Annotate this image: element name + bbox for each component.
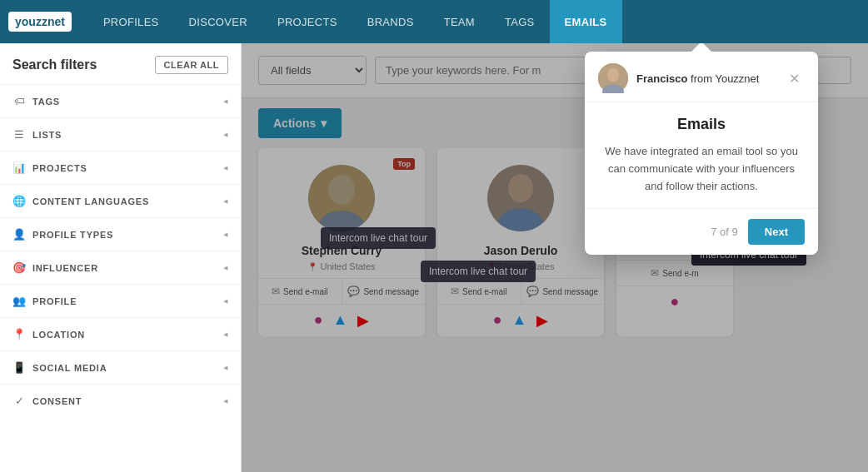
modal-arrow [690, 43, 713, 53]
modal-progress: 7 of 9 [598, 226, 738, 238]
social-media-icon: 📱 [12, 361, 26, 374]
nav-item-emails[interactable]: EMAILS [550, 0, 622, 43]
modal-overlay: Francisco from Youzznet ✕ Emails We have… [242, 43, 868, 472]
sidebar-label-consent: CONSENT [32, 396, 82, 406]
chevron-icon: ◂ [223, 296, 228, 306]
sidebar-label-projects: PROJECTS [32, 163, 87, 173]
sidebar-label-tags: TAGS [32, 97, 60, 107]
influencer-icon: 🎯 [12, 261, 26, 274]
modal-from: Francisco from Youzznet [636, 72, 776, 85]
sidebar-label-influencer: INFLUENCER [32, 263, 98, 273]
chevron-icon: ◂ [223, 229, 228, 240]
logo-text: youzznet [15, 15, 65, 28]
modal-next-button[interactable]: Next [748, 219, 805, 245]
modal-from-source-text: from Youzznet [691, 72, 759, 85]
nav-item-tags[interactable]: TAGS [490, 0, 550, 43]
content-languages-icon: 🌐 [12, 195, 26, 207]
logo[interactable]: youzznet [8, 12, 72, 32]
modal-avatar [598, 63, 628, 93]
profile-icon: 👥 [12, 295, 26, 307]
nav-item-discover[interactable]: DISCOVER [174, 0, 262, 43]
chevron-icon: ◂ [223, 395, 228, 406]
nav-item-team[interactable]: TEAM [429, 0, 490, 43]
profile-types-icon: 👤 [12, 228, 26, 241]
chevron-icon: ◂ [223, 362, 228, 373]
top-navigation: youzznet PROFILES DISCOVER PROJECTS BRAN… [0, 0, 868, 43]
nav-item-profiles[interactable]: PROFILES [88, 0, 174, 43]
sidebar-label-social-media: SOCIAL MEDIA [32, 363, 107, 373]
sidebar-item-tags[interactable]: 🏷 TAGS ◂ [0, 84, 241, 117]
sidebar-item-influencer[interactable]: 🎯 INFLUENCER ◂ [0, 251, 241, 284]
modal-footer: 7 of 9 Next [585, 208, 818, 255]
modal-body: Emails We have integrated an email tool … [585, 102, 818, 208]
sidebar-item-projects[interactable]: 📊 PROJECTS ◂ [0, 151, 241, 184]
nav-item-brands[interactable]: BRANDS [352, 0, 429, 43]
chevron-icon: ◂ [223, 262, 228, 273]
location-icon: 📍 [12, 328, 26, 340]
tags-icon: 🏷 [12, 95, 26, 107]
sidebar-item-profile-types[interactable]: 👤 PROFILE TYPES ◂ [0, 217, 241, 251]
sidebar-label-profile-types: PROFILE TYPES [32, 230, 113, 240]
chevron-icon: ◂ [223, 129, 228, 140]
sidebar: Search filters CLEAR ALL 🏷 TAGS ◂ ☰ LIST… [0, 43, 242, 472]
sidebar-item-profile[interactable]: 👥 PROFILE ◂ [0, 284, 241, 317]
sidebar-label-content-languages: CONTENT LANGUAGES [32, 196, 149, 206]
chevron-icon: ◂ [223, 162, 228, 173]
nav-items: PROFILES DISCOVER PROJECTS BRANDS TEAM T… [88, 0, 860, 43]
sidebar-title: Search filters [12, 57, 97, 72]
projects-icon: 📊 [12, 161, 26, 174]
modal-text: We have integrated an email tool so you … [598, 143, 805, 195]
modal-from-name: Francisco [636, 72, 687, 85]
sidebar-item-lists[interactable]: ☰ LISTS ◂ [0, 117, 241, 151]
chevron-icon: ◂ [223, 329, 228, 340]
sidebar-label-lists: LISTS [32, 130, 62, 140]
sidebar-item-content-languages[interactable]: 🌐 CONTENT LANGUAGES ◂ [0, 184, 241, 217]
modal-header: Francisco from Youzznet ✕ [585, 52, 818, 102]
sidebar-label-profile: PROFILE [32, 296, 77, 306]
consent-icon: ✓ [12, 395, 26, 407]
lists-icon: ☰ [12, 128, 26, 141]
clear-all-button[interactable]: CLEAR ALL [155, 56, 228, 74]
sidebar-item-consent[interactable]: ✓ CONSENT ◂ [0, 384, 241, 417]
svg-point-9 [607, 68, 619, 82]
main-layout: Search filters CLEAR ALL 🏷 TAGS ◂ ☰ LIST… [0, 43, 868, 472]
chevron-icon: ◂ [223, 196, 228, 206]
chevron-icon: ◂ [223, 96, 228, 107]
sidebar-item-location[interactable]: 📍 LOCATION ◂ [0, 317, 241, 350]
modal-title: Emails [598, 116, 805, 133]
modal: Francisco from Youzznet ✕ Emails We have… [585, 52, 818, 255]
sidebar-header: Search filters CLEAR ALL [0, 56, 241, 84]
modal-close-button[interactable]: ✕ [784, 69, 805, 88]
content-area: All fields Actions ▾ Top [242, 43, 868, 472]
sidebar-label-location: LOCATION [32, 330, 85, 340]
nav-item-projects[interactable]: PROJECTS [262, 0, 352, 43]
sidebar-item-social-media[interactable]: 📱 SOCIAL MEDIA ◂ [0, 350, 241, 384]
